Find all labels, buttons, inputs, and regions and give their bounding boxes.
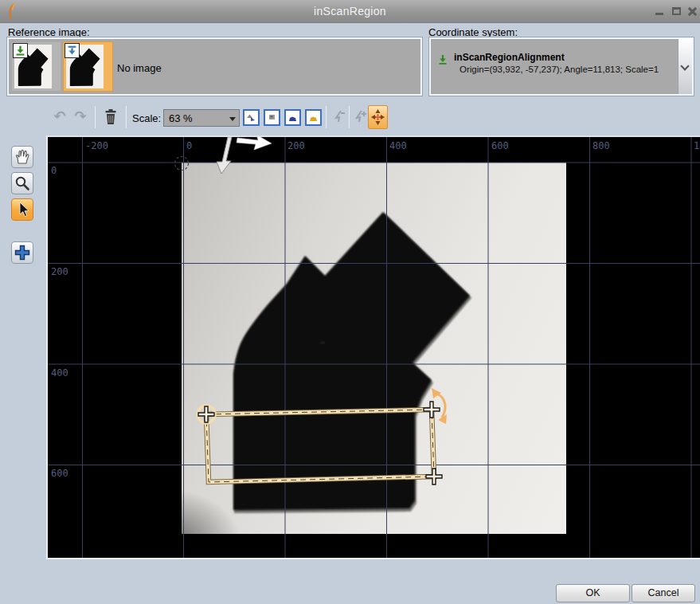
x-tick-label: 200 — [287, 140, 305, 151]
undo-button[interactable]: ↶ — [51, 108, 68, 126]
cursor-arrow-icon — [12, 199, 33, 220]
origin-marker — [175, 157, 189, 171]
add-point-button[interactable] — [351, 108, 369, 126]
close-button[interactable] — [686, 6, 698, 17]
dust-speck — [320, 341, 325, 344]
redo-button[interactable]: ↷ — [72, 108, 89, 126]
ok-button[interactable]: OK — [556, 584, 630, 602]
zoom-actual-size-button[interactable] — [243, 109, 260, 126]
magnifier-icon — [12, 173, 33, 194]
reference-image-label: Reference image: — [8, 26, 90, 38]
no-image-status: No image — [117, 62, 162, 74]
remove-point-button[interactable] — [330, 108, 347, 126]
coordinate-system-panel: inScanRegionAlignment Origin=(93,932, -5… — [429, 37, 694, 96]
maximize-button[interactable] — [671, 6, 682, 17]
coordinate-system-label: Coordinate system: — [428, 26, 518, 38]
add-region-tool-button[interactable] — [11, 241, 33, 264]
x-tick-label: 0 — [186, 140, 192, 151]
inscanregion-dialog: inScanRegion Reference image: — [0, 0, 700, 604]
handle-bottom-right[interactable] — [426, 469, 442, 484]
handle-top-right[interactable] — [424, 402, 440, 418]
zoom-fit-selection-icon — [286, 111, 299, 124]
add-point-icon — [352, 108, 368, 124]
x-axis-arrow — [237, 137, 272, 150]
scale-combobox[interactable]: 63 % — [163, 109, 240, 127]
reference-thumbnail-current-selected[interactable] — [64, 42, 112, 91]
plus-icon — [12, 242, 33, 263]
zoom-actual-size-icon — [244, 111, 258, 124]
coordinate-system-dropdown[interactable] — [678, 39, 692, 94]
zoom-fit-region-icon — [307, 111, 320, 124]
chevron-down-icon — [680, 61, 689, 70]
y-tick-label: 600 — [51, 468, 68, 479]
canvas-overlay — [48, 137, 700, 558]
trash-icon — [103, 108, 119, 126]
zoom-fit-region-button[interactable] — [305, 109, 322, 126]
toolbar-separator — [95, 106, 96, 128]
zoom-fit-image-icon — [265, 111, 279, 124]
x-tick-label: 10 — [694, 140, 700, 151]
reference-image-panel: No image — [7, 37, 422, 96]
y-axis-arrow — [217, 137, 232, 174]
pan-tool-button[interactable] — [11, 146, 33, 168]
alignment-import-icon — [437, 54, 448, 65]
hand-icon — [12, 147, 33, 167]
scale-label: Scale: — [132, 112, 161, 124]
y-tick-label: 400 — [51, 367, 68, 378]
combo-arrow-icon — [229, 117, 236, 121]
toolbar-separator — [326, 106, 327, 128]
y-tick-label: 0 — [51, 165, 57, 176]
cancel-button[interactable]: Cancel — [632, 584, 695, 602]
x-tick-label: 400 — [389, 140, 407, 151]
reference-thumbnail-import[interactable] — [12, 42, 61, 91]
zoom-fit-image-button[interactable] — [264, 109, 280, 126]
coordinate-system-details: Origin=(93,932, -57,237); Angle=11,813; … — [459, 65, 659, 74]
x-tick-label: -200 — [85, 140, 108, 151]
coordinate-system-name: inScanRegionAlignment — [454, 52, 565, 63]
title-bar[interactable]: inScanRegion — [0, 0, 700, 23]
remove-point-icon — [330, 108, 346, 124]
canvas-toolbar: ↶ ↷ Scale: 63 % — [0, 102, 700, 134]
window-title: inScanRegion — [0, 5, 700, 18]
x-tick-label: 600 — [491, 140, 509, 151]
use-current-image-icon — [65, 43, 80, 58]
toolbar-separator — [126, 106, 127, 128]
import-image-icon — [13, 43, 28, 58]
move-mode-button-active[interactable] — [368, 105, 388, 129]
image-canvas[interactable]: -200020040060080010 0200400600 — [46, 135, 700, 559]
minimize-button[interactable] — [655, 6, 666, 17]
x-tick-label: 800 — [592, 140, 610, 151]
zoom-tool-button[interactable] — [11, 172, 33, 194]
move-arrows-icon — [369, 106, 387, 128]
scale-value: 63 % — [169, 112, 193, 124]
toolbar-separator — [349, 106, 350, 128]
y-tick-label: 200 — [51, 266, 68, 277]
delete-region-button[interactable] — [102, 108, 119, 126]
zoom-fit-selection-button[interactable] — [284, 109, 301, 126]
select-tool-button-active[interactable] — [11, 198, 33, 221]
